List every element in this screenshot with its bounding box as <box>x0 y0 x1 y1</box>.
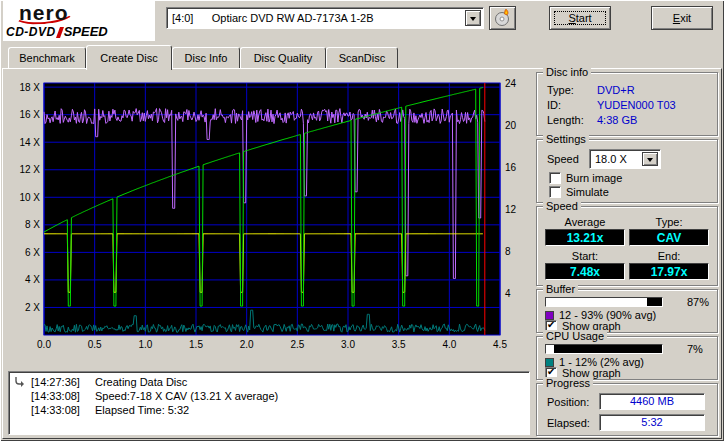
log-line: [14:33:08]Elapsed Time: 5:32 <box>13 403 527 417</box>
start-button[interactable]: Start <box>549 6 611 30</box>
svg-text:16: 16 <box>505 162 517 173</box>
speed-select-value: 18.0 X <box>595 150 642 168</box>
svg-text:4 X: 4 X <box>25 274 40 285</box>
nero-cd-dvd-speed-window: nero CD-DVDSPEED [4:0] Optiarc DVD RW AD… <box>0 0 724 441</box>
progress-group: Progress Position: 4460 MB Elapsed: 5:32 <box>536 383 718 436</box>
tab-scandisc[interactable]: ScanDisc <box>326 47 398 68</box>
group-title: Disc info <box>543 66 591 78</box>
svg-text:10 X: 10 X <box>19 192 40 203</box>
svg-text:20: 20 <box>505 120 517 131</box>
chevron-down-icon[interactable] <box>642 152 658 166</box>
burn-image-checkbox[interactable]: Burn image <box>549 172 622 184</box>
burn-speed-chart: 18 X16 X14 X12 X10 X8 X6 X4 X2 X24201612… <box>6 73 530 361</box>
burn-button[interactable] <box>489 6 516 30</box>
buffer-level-bar <box>545 297 663 307</box>
svg-text:2.0: 2.0 <box>240 339 254 350</box>
svg-text:8 X: 8 X <box>25 219 40 230</box>
burn-disc-icon <box>493 8 513 28</box>
group-title: Settings <box>543 133 589 145</box>
cpu-level-bar <box>545 344 663 354</box>
group-title: Buffer <box>543 283 578 295</box>
cpu-percent: 7% <box>687 343 703 355</box>
log-line: [14:27:36]Creating Data Disc <box>13 375 527 389</box>
log-panel: [14:27:36]Creating Data Disc [14:33:08]S… <box>8 371 530 435</box>
svg-text:6 X: 6 X <box>25 247 40 258</box>
cpu-usage-group: CPU Usage 7% 1 - 12% (2% avg) Show graph <box>536 336 718 380</box>
svg-text:4.0: 4.0 <box>442 339 456 350</box>
speed-type-display: CAV <box>629 229 709 246</box>
settings-group: Settings Speed 18.0 X Burn image Simulat… <box>536 139 718 203</box>
end-speed-display: 17.97x <box>629 263 709 280</box>
tab-benchmark[interactable]: Benchmark <box>8 47 86 68</box>
svg-text:0.5: 0.5 <box>88 339 102 350</box>
checkbox-box <box>549 186 561 198</box>
svg-text:14 X: 14 X <box>19 137 40 148</box>
logo-product-text: CD-DVDSPEED <box>6 24 108 39</box>
logo-flash-icon <box>56 27 64 38</box>
tab-disc-info[interactable]: Disc Info <box>172 47 240 68</box>
log-entry-icon <box>13 376 26 389</box>
svg-text:8: 8 <box>505 246 511 257</box>
position-label: Position: <box>547 396 589 408</box>
start-speed-display: 7.48x <box>545 263 625 280</box>
svg-text:1.5: 1.5 <box>189 339 203 350</box>
group-title: Progress <box>543 377 593 389</box>
disc-id-row: ID:YUDEN000 T03 <box>547 99 711 111</box>
svg-text:18 X: 18 X <box>19 82 40 93</box>
buffer-group: Buffer 87% 12 - 93% (90% avg) Show graph <box>536 289 718 333</box>
group-title: CPU Usage <box>543 330 607 342</box>
logo-brand-text: nero <box>19 1 69 25</box>
disc-length-row: Length:4:38 GB <box>547 114 711 126</box>
svg-text:12 X: 12 X <box>19 164 40 175</box>
svg-text:3.5: 3.5 <box>392 339 406 350</box>
speed-select[interactable]: 18.0 X <box>589 149 661 169</box>
speed-label: Speed <box>547 153 579 165</box>
elapsed-value: 5:32 <box>599 414 705 431</box>
svg-text:4: 4 <box>505 288 511 299</box>
tab-disc-quality[interactable]: Disc Quality <box>240 47 326 68</box>
svg-text:12: 12 <box>505 204 517 215</box>
nero-logo: nero CD-DVDSPEED <box>3 1 155 41</box>
svg-text:4.5: 4.5 <box>493 339 507 350</box>
chevron-down-icon[interactable] <box>465 10 481 26</box>
simulate-checkbox[interactable]: Simulate <box>549 186 609 198</box>
group-title: Speed <box>543 200 581 212</box>
checkbox-box <box>549 172 561 184</box>
svg-text:0.0: 0.0 <box>37 339 51 350</box>
tab-create-disc[interactable]: Create Disc <box>86 45 172 70</box>
average-label: Average <box>545 216 625 228</box>
svg-text:2.5: 2.5 <box>290 339 304 350</box>
position-value: 4460 MB <box>599 393 705 410</box>
buffer-percent: 87% <box>687 296 709 308</box>
end-label: End: <box>629 250 709 262</box>
svg-text:3.0: 3.0 <box>341 339 355 350</box>
disc-type-row: Type:DVD+R <box>547 84 711 96</box>
svg-text:24: 24 <box>505 78 517 89</box>
log-line: [14:33:08]Speed:7-18 X CAV (13.21 X aver… <box>13 389 527 403</box>
drive-select-value: [4:0] Optiarc DVD RW AD-7173A 1-2B <box>172 8 465 28</box>
start-label: Start: <box>545 250 625 262</box>
disc-info-group: Disc info Type:DVD+R ID:YUDEN000 T03 Len… <box>536 72 718 136</box>
svg-text:1.0: 1.0 <box>138 339 152 350</box>
svg-text:16 X: 16 X <box>19 109 40 120</box>
focus-rect <box>554 11 606 25</box>
svg-text:2 X: 2 X <box>25 302 40 313</box>
speed-readout-group: Speed Average Type: 13.21x CAV Start: En… <box>536 206 718 286</box>
elapsed-label: Elapsed: <box>547 417 590 429</box>
exit-button[interactable]: Exit <box>651 6 713 30</box>
average-speed-display: 13.21x <box>545 229 625 246</box>
drive-select[interactable]: [4:0] Optiarc DVD RW AD-7173A 1-2B <box>166 7 484 29</box>
type-label: Type: <box>629 216 709 228</box>
